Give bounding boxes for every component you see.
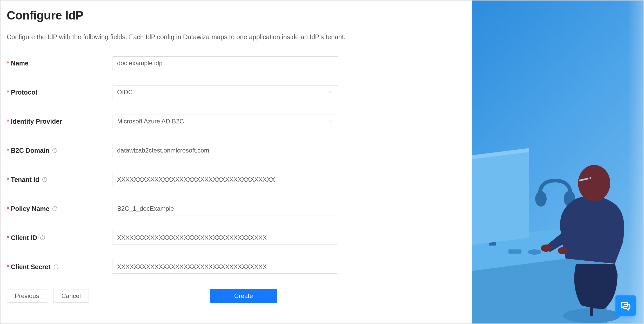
identity-provider-select[interactable]: Microsoft Azure AD B2C	[112, 115, 338, 128]
client-id-label: *Client ID	[7, 234, 112, 242]
policy-name-input[interactable]	[112, 202, 338, 215]
protocol-select[interactable]: OIDC	[112, 85, 338, 99]
svg-point-25	[541, 244, 551, 252]
policy-name-label: *Policy Name	[7, 205, 112, 213]
chevron-down-icon	[328, 119, 333, 124]
form-panel: Configure IdP Configure the IdP with the…	[1, 1, 472, 323]
button-row: Previous Cancel Create	[7, 289, 464, 303]
tenant-id-input[interactable]	[112, 173, 338, 186]
b2c-domain-input[interactable]	[112, 144, 338, 157]
page-title: Configure IdP	[7, 8, 464, 22]
svg-rect-23	[508, 249, 521, 254]
info-icon[interactable]	[42, 177, 48, 182]
field-row-policy-name: *Policy Name	[7, 202, 464, 215]
field-row-protocol: *Protocol OIDC	[7, 85, 464, 99]
svg-rect-30	[590, 305, 593, 316]
field-row-tenant-id: *Tenant Id	[7, 173, 464, 186]
svg-point-8	[55, 208, 55, 208]
client-secret-input[interactable]	[112, 260, 338, 274]
field-row-name: *Name	[7, 56, 464, 70]
field-row-client-secret: *Client Secret	[7, 260, 464, 274]
field-row-b2c-domain: *B2C Domain	[7, 144, 464, 157]
svg-point-21	[535, 191, 547, 207]
svg-point-2	[55, 149, 55, 150]
create-button[interactable]: Create	[210, 289, 277, 303]
info-icon[interactable]	[53, 264, 59, 270]
field-row-identity-provider: *Identity Provider Microsoft Azure AD B2…	[7, 115, 464, 128]
previous-button[interactable]: Previous	[7, 289, 47, 303]
page-subtitle: Configure the IdP with the following fie…	[7, 33, 464, 41]
name-label: *Name	[7, 59, 112, 67]
info-icon[interactable]	[52, 206, 58, 211]
info-icon[interactable]	[52, 148, 58, 153]
info-icon[interactable]	[40, 235, 45, 241]
protocol-label: *Protocol	[7, 89, 112, 96]
field-row-client-id: *Client ID	[7, 231, 464, 244]
client-id-input[interactable]	[112, 231, 338, 244]
chat-button[interactable]	[615, 295, 636, 316]
illustration-panel	[472, 1, 643, 323]
chevron-down-icon	[328, 90, 333, 95]
svg-point-28	[589, 177, 591, 179]
svg-point-5	[44, 178, 45, 179]
svg-point-11	[43, 237, 43, 237]
svg-point-14	[56, 266, 56, 266]
cancel-button[interactable]: Cancel	[53, 289, 89, 303]
b2c-domain-label: *B2C Domain	[7, 147, 112, 154]
person-at-desk-illustration	[472, 118, 638, 323]
svg-point-27	[578, 165, 610, 201]
tenant-id-label: *Tenant Id	[7, 176, 112, 183]
chat-icon	[620, 300, 631, 311]
client-secret-label: *Client Secret	[7, 263, 112, 271]
name-input[interactable]	[112, 56, 338, 70]
svg-point-26	[558, 247, 568, 254]
svg-marker-19	[472, 148, 529, 247]
identity-provider-label: *Identity Provider	[7, 118, 112, 125]
svg-point-24	[528, 249, 541, 255]
